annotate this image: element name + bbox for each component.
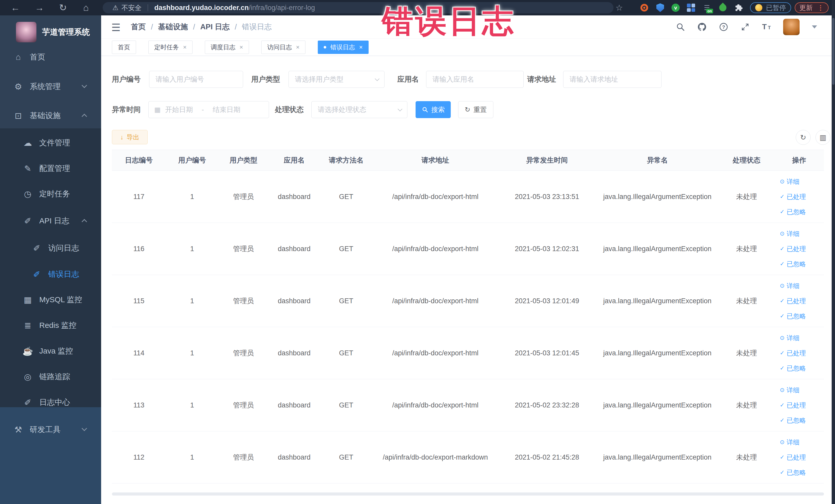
table-horizontal-scrollbar[interactable] xyxy=(112,492,824,496)
mark-ignored-link[interactable]: ✓已忽略 xyxy=(780,312,806,320)
fullscreen-icon[interactable] xyxy=(740,22,750,32)
search-icon[interactable] xyxy=(675,22,686,32)
cell-method: GET xyxy=(320,327,372,379)
sidebar-item-config-management[interactable]: ✎ 配置管理 xyxy=(0,156,101,181)
mark-processed-link[interactable]: ✓已处理 xyxy=(780,245,806,253)
mark-ignored-link[interactable]: ✓已忽略 xyxy=(780,416,806,425)
tab-access-log[interactable]: 访问日志 × xyxy=(261,41,305,54)
cell-log-id: 112 xyxy=(112,431,166,483)
sidebar-item-system-management[interactable]: ⚙ 系统管理 xyxy=(0,74,101,99)
detail-link[interactable]: ⊙详细 xyxy=(780,177,799,186)
browser-back-icon[interactable]: ← xyxy=(11,3,20,12)
export-button[interactable]: ↓ 导出 xyxy=(112,130,148,144)
sidebar-item-access-log[interactable]: ✐ 访问日志 xyxy=(0,235,101,261)
eye-icon: ⊙ xyxy=(780,335,785,341)
security-status[interactable]: ⚠ 不安全 xyxy=(113,3,141,12)
scrollbar-thumb[interactable] xyxy=(832,18,834,85)
sidebar-item-error-log[interactable]: ✐ 错误日志 xyxy=(0,261,101,287)
user-avatar[interactable] xyxy=(783,19,799,35)
extensions-puzzle-icon[interactable] xyxy=(734,3,744,12)
error-log-table: 日志编号 用户编号 用户类型 应用名 请求方法名 请求地址 异常发生时间 异常名… xyxy=(112,150,824,483)
breadcrumb-item-api-log[interactable]: API 日志 xyxy=(200,22,229,32)
extension-leaf-icon[interactable] xyxy=(718,3,728,12)
detail-link[interactable]: ⊙详细 xyxy=(780,229,799,238)
app-logo[interactable]: 芋道管理系统 xyxy=(0,22,101,42)
extension-switch-icon[interactable]: ☰on xyxy=(702,3,712,12)
bookmark-star-icon[interactable]: ☆ xyxy=(615,3,623,13)
breadcrumb-item-infrastructure[interactable]: 基础设施 xyxy=(158,22,188,32)
app-name-input[interactable] xyxy=(426,71,524,88)
sidebar-item-mysql-monitor[interactable]: ▦ MySQL 监控 xyxy=(0,287,101,313)
mark-processed-link[interactable]: ✓已处理 xyxy=(780,401,806,409)
column-settings-button[interactable]: ▥ xyxy=(815,130,830,145)
sidebar-item-home[interactable]: ⌂ 首页 xyxy=(0,44,101,70)
process-status-label: 处理状态 xyxy=(275,105,304,115)
app-title: 芋道管理系统 xyxy=(42,27,90,38)
extension-grid-icon[interactable] xyxy=(686,3,696,12)
extension-green-icon[interactable]: v xyxy=(672,4,680,12)
extension-orange-icon[interactable] xyxy=(640,3,649,12)
cell-actions: ⊙详细 ✓已处理 ✓已忽略 xyxy=(774,275,824,327)
refresh-table-button[interactable]: ↻ xyxy=(796,130,811,145)
extension-shield-icon[interactable] xyxy=(656,3,665,12)
font-size-icon[interactable]: TT xyxy=(761,22,772,32)
detail-link[interactable]: ⊙详细 xyxy=(780,438,799,446)
request-url-input[interactable] xyxy=(563,71,661,88)
address-bar[interactable]: ⚠ 不安全 dashboard.yudao.iocoder.cn/infra/l… xyxy=(103,2,613,13)
mark-processed-link[interactable]: ✓已处理 xyxy=(780,349,806,357)
mark-ignored-link[interactable]: ✓已忽略 xyxy=(780,208,806,216)
breadcrumb-item-home[interactable]: 首页 xyxy=(131,22,146,32)
mark-processed-link[interactable]: ✓已处理 xyxy=(780,193,806,201)
close-tab-icon[interactable]: × xyxy=(296,44,300,50)
mark-processed-link[interactable]: ✓已处理 xyxy=(780,297,806,305)
close-tab-icon[interactable]: × xyxy=(183,44,187,50)
date-range-picker[interactable]: ▦ 开始日期 - 结束日期 xyxy=(148,101,269,118)
header-actions: ? TT xyxy=(675,15,817,39)
tab-home[interactable]: 首页 xyxy=(112,41,136,54)
sidebar-item-dev-tools[interactable]: ⚒ 研发工具 xyxy=(0,417,101,442)
process-status-select[interactable]: 请选择处理状态 xyxy=(311,101,407,118)
cell-exception: java.lang.IllegalArgumentException xyxy=(596,379,719,431)
close-tab-icon[interactable]: × xyxy=(359,44,363,50)
browser-reload-icon[interactable]: ↻ xyxy=(59,3,67,12)
reset-button[interactable]: ↻ 重置 xyxy=(458,101,493,118)
sidebar-item-log-center[interactable]: ✐ 日志中心 xyxy=(0,389,101,415)
tab-scheduled-tasks[interactable]: 定时任务 × xyxy=(148,41,192,54)
browser-update-button[interactable]: 更新 ⋮ xyxy=(795,2,829,13)
end-date-placeholder: 结束日期 xyxy=(213,105,241,114)
cell-app-name: dashboard xyxy=(268,431,320,483)
search-button[interactable]: 搜索 xyxy=(415,101,451,118)
help-icon[interactable]: ? xyxy=(718,22,729,32)
user-id-input[interactable] xyxy=(149,71,243,88)
sidebar-item-redis-monitor[interactable]: ≣ Redis 监控 xyxy=(0,313,101,338)
user-type-select[interactable]: 请选择用户类型 xyxy=(288,71,385,88)
mark-ignored-link[interactable]: ✓已忽略 xyxy=(780,468,806,477)
github-icon[interactable] xyxy=(697,22,707,32)
sidebar-item-trace[interactable]: ◎ 链路追踪 xyxy=(0,364,101,389)
sidebar-item-scheduled-tasks[interactable]: ◷ 定时任务 xyxy=(0,181,101,207)
mark-ignored-link[interactable]: ✓已忽略 xyxy=(780,260,806,268)
paused-extension-badge[interactable]: 已暂停 xyxy=(750,2,791,13)
cell-exception: java.lang.IllegalArgumentException xyxy=(596,327,719,379)
browser-forward-icon[interactable]: → xyxy=(35,3,44,12)
tab-error-log[interactable]: 错误日志 × xyxy=(318,41,369,54)
browser-home-icon[interactable]: ⌂ xyxy=(83,3,89,12)
close-tab-icon[interactable]: × xyxy=(240,44,243,50)
detail-link[interactable]: ⊙详细 xyxy=(780,282,799,290)
sidebar-item-java-monitor[interactable]: ☕ Java 监控 xyxy=(0,338,101,364)
detail-link[interactable]: ⊙详细 xyxy=(780,386,799,395)
sidebar-item-api-log[interactable]: ✐ API 日志 xyxy=(0,208,101,234)
download-icon: ↓ xyxy=(120,134,123,141)
chart-icon: ▦ xyxy=(22,295,34,305)
collapse-sidebar-icon[interactable]: ☰ xyxy=(111,22,121,33)
tab-schedule-log[interactable]: 调度日志 × xyxy=(205,41,249,54)
mark-ignored-link[interactable]: ✓已忽略 xyxy=(780,364,806,372)
detail-link[interactable]: ⊙详细 xyxy=(780,334,799,342)
sidebar-item-infrastructure[interactable]: ⊡ 基础设施 xyxy=(0,103,101,128)
browser-menu-icon[interactable]: ⋮ xyxy=(817,4,824,12)
page-url: dashboard.yudao.iocoder.cn/infra/log/api… xyxy=(154,4,315,12)
user-menu-caret-icon[interactable] xyxy=(812,25,817,28)
sidebar-item-file-management[interactable]: ☁ 文件管理 xyxy=(0,130,101,156)
mark-processed-link[interactable]: ✓已处理 xyxy=(780,453,806,462)
window-scrollbar[interactable] xyxy=(832,0,835,504)
